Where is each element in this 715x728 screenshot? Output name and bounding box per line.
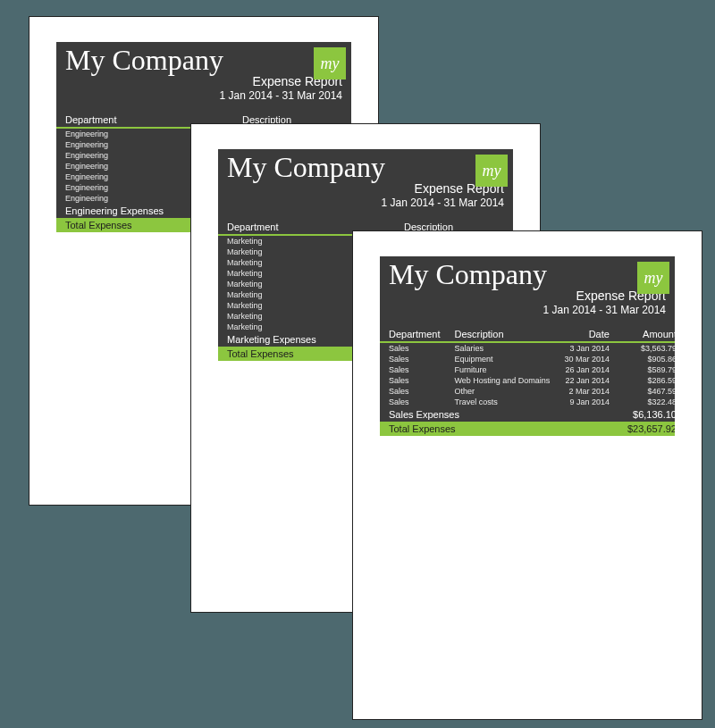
- total-value: $23,657.92: [618, 422, 675, 436]
- company-name: My Company: [227, 153, 504, 183]
- cell-amount: $589.79: [618, 364, 675, 375]
- cell-amount: $467.59: [618, 386, 675, 397]
- cell-desc: Furniture: [445, 364, 555, 375]
- table-row: SalesSalaries3 Jan 2014$3,563.79: [380, 342, 675, 354]
- cell-dept: Sales: [380, 386, 445, 397]
- cell-amount: $3,563.79: [618, 342, 675, 354]
- subtotal-value: $6,136.10: [618, 407, 675, 422]
- report-header: My CompanymyExpense Report1 Jan 2014 - 3…: [218, 149, 513, 220]
- cell-dept: Sales: [380, 364, 445, 375]
- cell-amount: $322.48: [618, 397, 675, 407]
- logo-icon: my: [637, 262, 669, 294]
- table-row: SalesWeb Hosting and Domains22 Jan 2014$…: [380, 375, 675, 386]
- cell-date: 30 Mar 2014: [555, 354, 618, 364]
- report-header: My CompanymyExpense Report1 Jan 2014 - 3…: [380, 256, 675, 327]
- total-row: Total Expenses$23,657.92: [380, 422, 675, 436]
- logo-icon: my: [314, 47, 346, 79]
- cell-desc: Salaries: [445, 342, 555, 354]
- cell-desc: Travel costs: [445, 397, 555, 407]
- expense-table: DepartmentDescriptionDateAmountSalesSala…: [380, 327, 675, 436]
- column-header-desc: Description: [445, 327, 555, 342]
- document-page: My CompanymyExpense Report1 Jan 2014 - 3…: [352, 230, 702, 720]
- cell-date: 2 Mar 2014: [555, 386, 618, 397]
- company-name: My Company: [389, 260, 666, 290]
- cell-date: 22 Jan 2014: [555, 375, 618, 386]
- report-date-range: 1 Jan 2014 - 31 Mar 2014: [227, 197, 504, 209]
- column-header-date: Date: [555, 327, 618, 342]
- cell-date: 3 Jan 2014: [555, 342, 618, 354]
- total-label: Total Expenses: [380, 422, 618, 436]
- report-date-range: 1 Jan 2014 - 31 Mar 2014: [389, 304, 666, 316]
- table-row: SalesFurniture26 Jan 2014$589.79: [380, 364, 675, 375]
- cell-desc: Web Hosting and Domains: [445, 375, 555, 386]
- table-row: SalesEquipment30 Mar 2014$905.86: [380, 354, 675, 364]
- subtotal-label: Sales Expenses: [380, 407, 618, 422]
- cell-desc: Equipment: [445, 354, 555, 364]
- report-header: My CompanymyExpense Report1 Jan 2014 - 3…: [56, 42, 351, 113]
- column-header-dept: Department: [380, 327, 445, 342]
- cell-desc: Other: [445, 386, 555, 397]
- table-row: SalesOther2 Mar 2014$467.59: [380, 386, 675, 397]
- cell-amount: $905.86: [618, 354, 675, 364]
- cell-dept: Sales: [380, 375, 445, 386]
- subtotal-row: Sales Expenses$6,136.10: [380, 407, 675, 422]
- expense-report-panel: My CompanymyExpense Report1 Jan 2014 - 3…: [380, 256, 675, 436]
- report-date-range: 1 Jan 2014 - 31 Mar 2014: [65, 89, 342, 102]
- cell-dept: Sales: [380, 342, 445, 354]
- table-row: SalesTravel costs9 Jan 2014$322.48: [380, 397, 675, 407]
- cell-dept: Sales: [380, 397, 445, 407]
- company-name: My Company: [65, 46, 342, 76]
- logo-icon: my: [475, 155, 508, 187]
- cell-date: 26 Jan 2014: [555, 364, 618, 375]
- cell-amount: $286.59: [618, 375, 675, 386]
- cell-date: 9 Jan 2014: [555, 397, 618, 407]
- column-header-amount: Amount: [618, 327, 675, 342]
- cell-dept: Sales: [380, 354, 445, 364]
